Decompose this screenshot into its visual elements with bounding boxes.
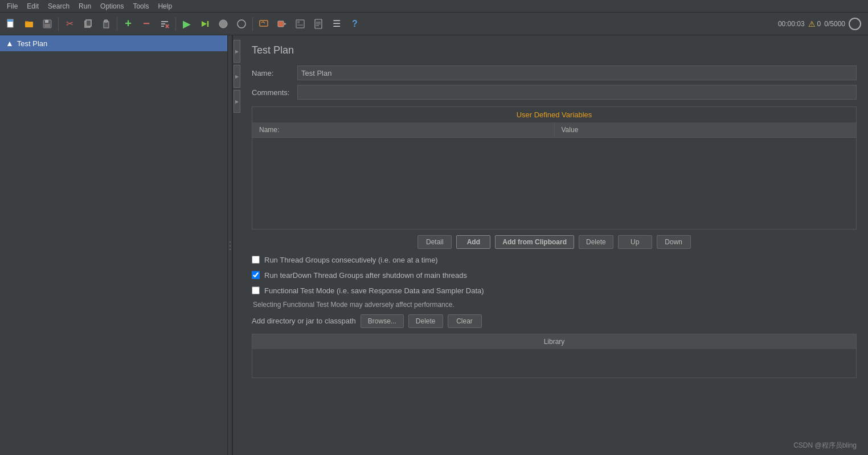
thread-count: 0/5000 xyxy=(824,20,845,28)
save-button[interactable] xyxy=(39,15,56,32)
empty-row xyxy=(252,138,856,229)
report-button[interactable] xyxy=(310,15,327,32)
down-button[interactable]: Down xyxy=(657,235,691,249)
test-plan-panel: Test Plan Name: Comments: User Defined V… xyxy=(240,35,868,387)
list-button[interactable]: ☰ xyxy=(328,15,345,32)
main-layout: ▲ Test Plan ⋮ ▶ ▶ ▶ Test Plan Name: Comm… xyxy=(0,35,868,455)
svg-rect-3 xyxy=(25,22,33,27)
right-panel: ▶ ▶ ▶ xyxy=(232,35,240,455)
warning-badge: ⚠ 0 xyxy=(808,19,821,28)
sidebar-item-test-plan[interactable]: ▲ Test Plan xyxy=(0,35,227,51)
functional-test-label: Functional Test Mode (i.e. save Response… xyxy=(264,286,484,295)
menu-bar: File Edit Search Run Options Tools Help xyxy=(0,0,868,13)
classpath-row: Add directory or jar to classpath Browse… xyxy=(252,314,857,328)
svg-marker-1 xyxy=(12,19,13,22)
svg-rect-7 xyxy=(44,24,50,27)
sidebar: ▲ Test Plan xyxy=(0,35,228,455)
name-input[interactable] xyxy=(297,65,857,80)
run-thread-groups-label: Run Thread Groups consecutively (i.e. on… xyxy=(264,256,438,264)
menu-file[interactable]: File xyxy=(2,1,22,11)
sidebar-item-label: Test Plan xyxy=(17,39,47,48)
variables-section: User Defined Variables Name: Value xyxy=(252,106,857,229)
shutdown-button[interactable] xyxy=(233,15,250,32)
functional-note: Selecting Functional Test Mode may adver… xyxy=(252,301,857,309)
up-button[interactable]: Up xyxy=(618,235,652,249)
sep4 xyxy=(252,17,253,31)
svg-line-22 xyxy=(261,22,263,23)
name-label: Name: xyxy=(252,69,297,77)
col-name: Name: xyxy=(252,122,554,138)
menu-options[interactable]: Options xyxy=(96,1,128,11)
warning-count: 0 xyxy=(817,20,821,28)
svg-rect-21 xyxy=(260,21,268,26)
comments-row: Comments: xyxy=(252,85,857,100)
add-element-button[interactable]: + xyxy=(120,15,137,32)
sep3 xyxy=(175,17,176,31)
remove-element-button[interactable]: − xyxy=(138,15,155,32)
library-section: Library xyxy=(252,334,857,378)
run-thread-groups-checkbox[interactable] xyxy=(252,256,260,264)
name-row: Name: xyxy=(252,65,857,80)
new-button[interactable] xyxy=(2,15,19,32)
clear-button[interactable] xyxy=(156,15,173,32)
browse-button[interactable]: Browse... xyxy=(361,314,404,328)
run-teardown-label: Run tearDown Thread Groups after shutdow… xyxy=(264,271,467,280)
right-btn-3[interactable]: ▶ xyxy=(234,90,240,113)
content-area: Test Plan Name: Comments: User Defined V… xyxy=(240,35,868,455)
template-button[interactable] xyxy=(292,15,309,32)
svg-rect-10 xyxy=(104,22,109,28)
menu-search[interactable]: Search xyxy=(43,1,74,11)
run-button[interactable]: ▶ xyxy=(178,15,195,32)
checkbox-run-thread-groups: Run Thread Groups consecutively (i.e. on… xyxy=(252,255,857,265)
classpath-delete-button[interactable]: Delete xyxy=(408,314,443,328)
add-clipboard-button[interactable]: Add from Clipboard xyxy=(495,235,574,249)
svg-rect-24 xyxy=(278,21,284,27)
copy-button[interactable] xyxy=(79,15,96,32)
variables-section-header: User Defined Variables xyxy=(252,107,856,122)
right-btn-1[interactable]: ▶ xyxy=(234,40,240,63)
comments-input[interactable] xyxy=(297,85,857,100)
toolbar-right: 00:00:03 ⚠ 0 0/5000 xyxy=(778,18,866,30)
svg-point-20 xyxy=(238,20,245,28)
classpath-label: Add directory or jar to classpath xyxy=(252,317,356,325)
recorder-button[interactable] xyxy=(273,15,290,32)
test-plan-icon: ▲ xyxy=(6,39,14,48)
detail-button[interactable]: Detail xyxy=(417,235,452,249)
svg-marker-25 xyxy=(284,23,286,25)
menu-help[interactable]: Help xyxy=(153,1,177,11)
sidebar-divider[interactable]: ⋮ xyxy=(228,35,232,455)
comments-label: Comments: xyxy=(252,88,297,97)
variable-button-row: Detail Add Add from Clipboard Delete Up … xyxy=(252,229,857,255)
svg-rect-11 xyxy=(104,20,108,22)
library-header: Library xyxy=(252,334,856,349)
cut-button[interactable]: ✂ xyxy=(61,15,78,32)
sep2 xyxy=(117,17,117,31)
sep1 xyxy=(58,17,59,31)
functional-test-checkbox[interactable] xyxy=(252,286,260,294)
add-button[interactable]: Add xyxy=(456,235,490,249)
monitor-button[interactable] xyxy=(255,15,272,32)
checkbox-functional-test: Functional Test Mode (i.e. save Response… xyxy=(252,285,857,296)
svg-line-23 xyxy=(263,22,265,23)
menu-tools[interactable]: Tools xyxy=(128,1,153,11)
svg-point-19 xyxy=(219,20,227,28)
svg-rect-6 xyxy=(45,20,48,23)
run-teardown-checkbox[interactable] xyxy=(252,271,260,279)
stop-button[interactable] xyxy=(215,15,232,32)
warning-icon: ⚠ xyxy=(808,19,816,28)
delete-button[interactable]: Delete xyxy=(579,235,613,249)
menu-edit[interactable]: Edit xyxy=(22,1,43,11)
svg-marker-17 xyxy=(202,21,207,27)
panel-title: Test Plan xyxy=(252,44,857,56)
svg-rect-4 xyxy=(25,21,28,22)
svg-rect-2 xyxy=(7,19,12,22)
paste-button[interactable] xyxy=(97,15,114,32)
right-btn-2[interactable]: ▶ xyxy=(234,65,240,88)
help-toolbar-button[interactable]: ? xyxy=(346,15,363,32)
circle-button[interactable] xyxy=(849,18,861,30)
menu-run[interactable]: Run xyxy=(74,1,96,11)
open-button[interactable] xyxy=(21,15,38,32)
checkbox-run-teardown: Run tearDown Thread Groups after shutdow… xyxy=(252,270,857,281)
start-no-pause-button[interactable] xyxy=(196,15,214,32)
classpath-clear-button[interactable]: Clear xyxy=(448,314,482,328)
